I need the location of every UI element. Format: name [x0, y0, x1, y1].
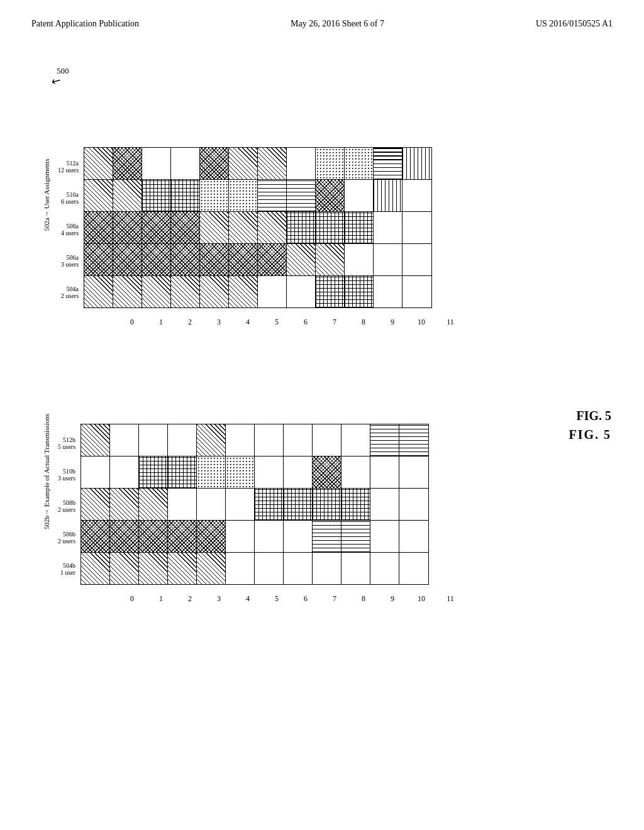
- chart-row-506b: [81, 520, 428, 552]
- cell-510a-9: [345, 180, 374, 211]
- fig5-label-display: FIG. 5: [576, 409, 611, 423]
- cell-510a-10: [374, 180, 402, 211]
- x-axis-a: 0 1 2 3 4 5 6 7 8 9 10 11: [118, 318, 465, 327]
- cell-506b-0: [81, 521, 110, 552]
- cell-506a-0: [84, 244, 113, 275]
- cell-504b-2: [139, 553, 168, 584]
- cell-510a-7: [287, 180, 316, 211]
- chart-row-512b: [81, 424, 428, 456]
- chart-row-504a: [84, 275, 431, 307]
- cell-512a-2: [142, 148, 171, 179]
- row-label-506b: 506b 2 users: [58, 522, 78, 553]
- cell-504a-8: [316, 276, 345, 307]
- cell-508a-8: [316, 212, 345, 243]
- cell-510b-10: [370, 456, 399, 488]
- cell-512a-1: [113, 148, 142, 179]
- cell-504a-0: [84, 276, 113, 307]
- cell-504b-4: [197, 553, 226, 584]
- cell-508a-2: [142, 212, 171, 243]
- cell-510b-9: [341, 456, 370, 488]
- cell-506a-10: [374, 244, 402, 275]
- cell-508b-11: [399, 489, 428, 520]
- cell-510a-6: [258, 180, 287, 211]
- row-label-508b: 508b 2 users: [58, 490, 78, 522]
- header-left: Patent Application Publication: [31, 19, 139, 29]
- cell-506b-6: [255, 521, 284, 552]
- cell-512b-0: [81, 424, 110, 456]
- cell-508b-7: [284, 489, 313, 520]
- cell-512a-4: [200, 148, 229, 179]
- chart-grid-b: [80, 424, 429, 585]
- cell-512a-0: [84, 148, 113, 179]
- cell-510b-0: [81, 456, 110, 488]
- row-label-504a: 504a 2 users: [58, 277, 81, 308]
- row-label-510b: 510b 3 users: [58, 459, 78, 490]
- cell-506a-2: [142, 244, 171, 275]
- row-label-508a: 508a 4 users: [58, 214, 81, 245]
- cell-506a-11: [402, 244, 431, 275]
- cell-508a-11: [402, 212, 431, 243]
- section-a-rotated-label: 502a→ User Assignments: [38, 82, 55, 308]
- chart-row-508b: [81, 488, 428, 520]
- cell-508b-0: [81, 489, 110, 520]
- cell-512a-11: [402, 148, 431, 179]
- cell-510b-3: [168, 456, 197, 488]
- cell-504a-6: [258, 276, 287, 307]
- cell-504b-9: [341, 553, 370, 584]
- cell-508b-4: [197, 489, 226, 520]
- cell-506b-3: [168, 521, 197, 552]
- cell-504a-1: [113, 276, 142, 307]
- cell-510b-2: [139, 456, 168, 488]
- cell-510b-6: [255, 456, 284, 488]
- cell-508b-5: [226, 489, 255, 520]
- cell-506a-1: [113, 244, 142, 275]
- cell-504a-5: [229, 276, 258, 307]
- cell-506a-5: [229, 244, 258, 275]
- cell-508b-1: [110, 489, 139, 520]
- cell-506b-11: [399, 521, 428, 552]
- cell-508a-1: [113, 212, 142, 243]
- row-label-512a: 512a 12 users: [58, 151, 81, 182]
- cell-506b-10: [370, 521, 399, 552]
- cell-504a-3: [171, 276, 200, 307]
- cell-512b-4: [197, 424, 226, 456]
- cell-506a-7: [287, 244, 316, 275]
- cell-510a-5: [229, 180, 258, 211]
- cell-504a-7: [287, 276, 316, 307]
- cell-508b-8: [313, 489, 341, 520]
- chart-row-506a: [84, 243, 431, 275]
- section-b-rotated-label: 502b→ Example of Actual Transmissions: [38, 358, 55, 585]
- cell-504b-11: [399, 553, 428, 584]
- cell-508b-6: [255, 489, 284, 520]
- chart-row-508a: [84, 211, 431, 243]
- cell-506b-1: [110, 521, 139, 552]
- cell-512b-2: [139, 424, 168, 456]
- cell-508a-9: [345, 212, 374, 243]
- cell-512a-5: [229, 148, 258, 179]
- chart-row-512a: [84, 148, 431, 179]
- cell-510b-8: [313, 456, 341, 488]
- cell-504b-3: [168, 553, 197, 584]
- cell-506b-4: [197, 521, 226, 552]
- cell-512b-5: [226, 424, 255, 456]
- cell-508a-3: [171, 212, 200, 243]
- cell-508a-5: [229, 212, 258, 243]
- cell-512b-1: [110, 424, 139, 456]
- cell-504a-10: [374, 276, 402, 307]
- chart-row-510a: [84, 179, 431, 211]
- cell-508a-6: [258, 212, 287, 243]
- cell-508a-7: [287, 212, 316, 243]
- cell-504a-11: [402, 276, 431, 307]
- cell-506a-4: [200, 244, 229, 275]
- cell-512b-3: [168, 424, 197, 456]
- cell-506a-8: [316, 244, 345, 275]
- cell-510a-2: [142, 180, 171, 211]
- cell-508b-3: [168, 489, 197, 520]
- cell-504b-6: [255, 553, 284, 584]
- chart-grid-a: [84, 147, 432, 308]
- chart-row-504b: [81, 552, 428, 584]
- cell-510a-3: [171, 180, 200, 211]
- cell-508b-2: [139, 489, 168, 520]
- cell-512b-10: [370, 424, 399, 456]
- cell-506b-8: [313, 521, 341, 552]
